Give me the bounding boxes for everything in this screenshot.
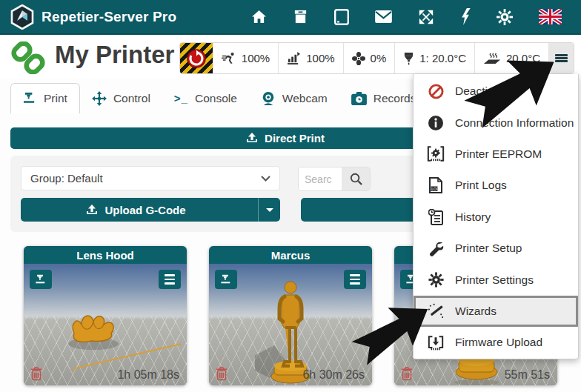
tab-records-label: Records	[374, 92, 416, 105]
tab-console[interactable]: >_ Console	[162, 83, 249, 113]
speed-value: 100%	[242, 52, 270, 64]
search-icon	[350, 173, 362, 185]
upload-gcode-label: Upload G-Code	[104, 204, 185, 216]
group-select[interactable]: Group: Default	[21, 166, 280, 190]
job-card-marcus[interactable]: Marcus	[209, 246, 372, 385]
chevron-down-icon	[261, 176, 270, 182]
records-tab-icon	[351, 92, 367, 105]
search-input[interactable]	[299, 167, 342, 190]
menu-item-label: Print Logs	[455, 179, 507, 192]
speed-status[interactable]: 100%	[213, 43, 278, 73]
firmware-upload-icon	[428, 335, 444, 351]
printer-icon	[35, 274, 47, 285]
tab-console-label: Console	[195, 92, 237, 105]
upload-gcode-button[interactable]: Upload G-Code	[21, 198, 280, 222]
print-job-button[interactable]	[215, 270, 237, 289]
job-menu-button[interactable]	[159, 270, 181, 289]
lens-hood-model	[59, 305, 126, 351]
caret-down-icon	[266, 208, 273, 212]
tab-control-label: Control	[113, 92, 150, 105]
extruder-status[interactable]: 1: 20.0°C	[394, 43, 474, 73]
menu-item-print-logs[interactable]: LOG Print Logs	[414, 170, 578, 201]
home-icon[interactable]	[251, 10, 267, 24]
job-duration: 6h 30m 26s	[302, 368, 365, 382]
info-icon	[428, 116, 443, 130]
eeprom-chip-icon	[427, 146, 445, 162]
flag-uk-icon[interactable]	[539, 9, 562, 24]
fan-value: 0%	[371, 52, 387, 64]
printer-name: My Printer	[55, 41, 174, 69]
upload-icon	[86, 205, 98, 216]
direct-print-label: Direct Print	[265, 132, 325, 144]
menu-item-printer-setup[interactable]: Printer Setup	[414, 233, 578, 264]
job-menu-button[interactable]	[344, 270, 366, 289]
upload-icon	[246, 133, 258, 144]
print-tab-icon	[23, 92, 37, 105]
job-duration: 1h 05m 18s	[117, 368, 179, 382]
tab-print[interactable]: Print	[10, 83, 80, 113]
menu-item-label: Wizards	[455, 305, 497, 318]
speed-runner-icon	[222, 52, 236, 64]
delete-job-icon[interactable]	[401, 367, 413, 381]
history-icon	[428, 209, 443, 225]
menu-item-label: Firmware Upload	[455, 336, 542, 349]
repetier-logo-icon	[10, 4, 34, 30]
menu-item-wizards[interactable]: Wizards	[414, 296, 578, 327]
menu-item-label: Printer EEPROM	[455, 147, 542, 161]
delete-job-icon[interactable]	[216, 367, 228, 381]
upload-dropdown-toggle[interactable]	[258, 198, 280, 222]
printer-icon	[220, 274, 233, 285]
mail-icon[interactable]	[375, 10, 392, 23]
emergency-stop-button[interactable]	[180, 43, 213, 73]
tab-bar: Print Control >_ Console Webcam	[10, 83, 428, 113]
repetier-server-window: Repetier-Server Pro	[0, 0, 581, 392]
menu-item-label: History	[455, 210, 491, 224]
control-tab-icon	[92, 91, 107, 106]
svg-text:LOG: LOG	[431, 187, 439, 191]
print-job-button[interactable]	[30, 270, 52, 289]
extruder-nozzle-icon	[403, 52, 414, 65]
emergency-stop-icon	[186, 48, 207, 69]
job-title: Marcus	[209, 246, 372, 264]
tab-webcam-label: Webcam	[282, 92, 328, 105]
menu-item-firmware-upload[interactable]: Firmware Upload	[414, 327, 578, 358]
fan-icon	[352, 52, 365, 65]
search-group	[298, 167, 371, 191]
gear-icon[interactable]	[497, 9, 513, 25]
job-title: Lens Hood	[24, 246, 187, 264]
cross-arrows-icon[interactable]	[418, 9, 434, 25]
job-duration: 55m 51s	[505, 368, 550, 382]
settings-gear-icon	[428, 272, 444, 288]
bolt-icon[interactable]	[460, 8, 471, 25]
menu-item-label: Printer Settings	[455, 273, 534, 287]
webcam-tab-icon	[261, 91, 276, 106]
job-card-lens-hood[interactable]: Lens Hood	[24, 246, 187, 385]
top-nav-icons	[251, 8, 571, 25]
job-preview: 1h 05m 18s	[24, 264, 187, 385]
menu-item-printer-settings[interactable]: Printer Settings	[414, 264, 578, 295]
deactivate-icon	[428, 84, 444, 99]
chain-link-icon	[10, 41, 47, 74]
printer-box-icon[interactable]	[293, 9, 308, 24]
group-select-value: Group: Default	[30, 172, 103, 185]
top-navigation-bar: Repetier-Server Pro	[0, 0, 581, 35]
tab-control[interactable]: Control	[80, 83, 162, 113]
tab-webcam[interactable]: Webcam	[249, 83, 339, 113]
job-preview: 6h 30m 26s	[209, 264, 372, 385]
flow-value: 100%	[306, 52, 334, 64]
wrench-icon	[428, 241, 444, 256]
fan-status[interactable]: 0%	[343, 43, 395, 73]
print-logs-icon: LOG	[429, 177, 442, 193]
extruder-temp: 1: 20.0°C	[419, 52, 466, 64]
flow-bars-icon	[287, 52, 301, 64]
flow-status[interactable]: 100%	[278, 43, 342, 73]
menu-item-history[interactable]: History	[414, 202, 578, 233]
tab-print-label: Print	[44, 92, 67, 105]
app-title: Repetier-Server Pro	[42, 9, 176, 25]
search-button[interactable]	[342, 167, 370, 190]
menu-item-label: Printer Setup	[455, 242, 522, 255]
menu-item-printer-eeprom[interactable]: Printer EEPROM	[414, 139, 578, 170]
console-tab-icon: >_	[174, 92, 188, 104]
delete-job-icon[interactable]	[30, 367, 42, 381]
tablet-icon[interactable]	[334, 9, 349, 25]
